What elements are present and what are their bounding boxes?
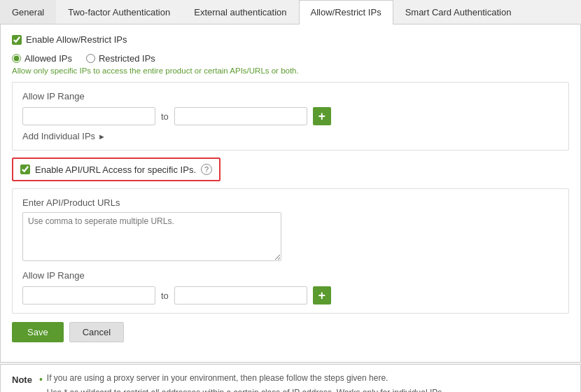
url-ip-range-from[interactable] [22,286,155,304]
actions-row: Save Cancel [12,322,569,342]
note-item-1: • If you are using a proxy server in you… [39,373,569,386]
radio-allowed-input[interactable] [12,54,21,63]
enable-row: Enable Allow/Restrict IPs [12,34,569,45]
radio-restricted[interactable]: Restricted IPs [86,53,155,64]
main-content: Enable Allow/Restrict IPs Allowed IPs Re… [0,24,581,363]
ip-range-add-button[interactable]: + [313,107,331,125]
note-item-2: • Use * as wildcard to restrict all addr… [39,388,569,392]
plus-icon: + [318,110,326,122]
note-text-2: Use * as wildcard to restrict all addres… [47,388,444,392]
radio-allowed-label: Allowed IPs [24,53,72,64]
note-title: Note [12,374,32,385]
help-icon[interactable]: ? [201,164,212,175]
radio-group: Allowed IPs Restricted IPs [12,53,569,64]
ip-range-row: to + [22,107,559,125]
tab-smart-card[interactable]: Smart Card Authentication [393,0,524,24]
tab-general[interactable]: General [0,0,56,24]
tab-allow-restrict[interactable]: Allow/Restrict IPs [299,0,393,24]
api-checkbox-input[interactable] [20,164,30,174]
radio-hint: Allow only specific IPs to access the en… [12,66,569,75]
url-to-label: to [161,290,169,301]
url-ip-range-to[interactable] [174,286,307,304]
url-ip-range-label: Allow IP Range [22,270,559,281]
url-panel-label: Enter API/Product URLs [22,197,559,208]
radio-restricted-input[interactable] [86,54,95,63]
bullet-2: • [39,388,43,392]
add-individual-link[interactable]: Add Individual IPs ► [22,131,559,141]
arrow-icon: ► [98,132,106,141]
radio-restricted-label: Restricted IPs [99,53,155,64]
note-list: • If you are using a proxy server in you… [39,373,569,392]
note-section: Note • If you are using a proxy server i… [0,364,581,392]
url-textarea[interactable] [22,212,281,261]
enable-label: Enable Allow/Restrict IPs [26,34,127,45]
tab-external-auth[interactable]: External authentication [182,0,298,24]
url-ip-range-row: to + [22,286,559,304]
api-checkbox-box: Enable API/URL Access for specific IPs. … [12,158,220,181]
url-panel: Enter API/Product URLs Allow IP Range to… [12,188,569,314]
url-ip-range-add-button[interactable]: + [313,286,331,304]
ip-range-panel: Allow IP Range to + Add Individual IPs ► [12,82,569,150]
bullet-1: • [39,373,43,386]
cancel-button[interactable]: Cancel [69,322,124,342]
save-button[interactable]: Save [12,322,64,342]
api-checkbox-label: Enable API/URL Access for specific IPs. [35,164,196,175]
note-text-1: If you are using a proxy server in your … [47,373,388,383]
tab-two-factor[interactable]: Two-factor Authentication [56,0,182,24]
to-label: to [161,111,169,122]
tab-bar: General Two-factor Authentication Extern… [0,0,581,24]
radio-allowed[interactable]: Allowed IPs [12,53,72,64]
enable-checkbox[interactable] [12,35,22,45]
ip-range-to[interactable] [174,107,307,125]
ip-range-from[interactable] [22,107,155,125]
url-plus-icon: + [318,289,326,302]
ip-range-label: Allow IP Range [22,91,559,102]
add-individual-label: Add Individual IPs [22,131,95,141]
